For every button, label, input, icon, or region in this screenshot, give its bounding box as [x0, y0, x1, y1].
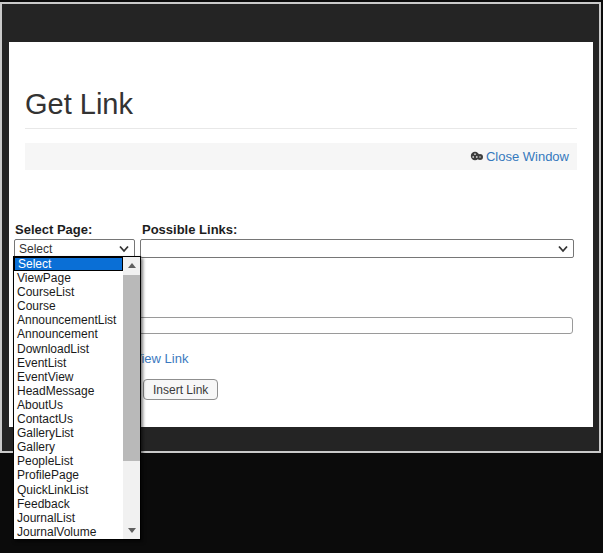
option-item[interactable]: JournalVolume [14, 525, 123, 539]
chevron-down-icon [118, 245, 130, 253]
option-item[interactable]: PeopleList [14, 454, 123, 468]
option-item[interactable]: DownloadList [14, 342, 123, 356]
insert-link-button[interactable]: Insert Link [143, 379, 218, 400]
option-item[interactable]: CourseList [14, 285, 123, 299]
scroll-down-button[interactable] [123, 522, 140, 539]
option-item[interactable]: Feedback [14, 497, 123, 511]
triangle-up-icon [128, 263, 136, 268]
option-item[interactable]: Select [14, 257, 123, 271]
option-item[interactable]: EventList [14, 356, 123, 370]
option-item[interactable]: ContactUs [14, 412, 123, 426]
view-link[interactable]: View Link [133, 351, 188, 366]
option-item[interactable]: Gallery [14, 440, 123, 454]
dialog-toolbar: Close Window [25, 143, 577, 170]
scroll-up-button[interactable] [123, 257, 140, 274]
option-item[interactable]: ViewPage [14, 271, 123, 285]
option-item[interactable]: AnnouncementList [14, 313, 123, 327]
option-item[interactable]: EventView [14, 370, 123, 384]
option-item[interactable]: GalleryList [14, 426, 123, 440]
option-item[interactable]: ProfilePage [14, 468, 123, 482]
option-item[interactable]: AboutUs [14, 398, 123, 412]
option-item[interactable]: JournalList [14, 511, 123, 525]
scrollbar-thumb[interactable] [123, 275, 140, 461]
option-item[interactable]: Announcement [14, 327, 123, 341]
possible-links-label: Possible Links: [142, 222, 237, 237]
triangle-down-icon [128, 528, 136, 533]
chevron-down-icon [557, 245, 569, 253]
select-page-open-list: SelectViewPageCourseListCourseAnnounceme… [13, 256, 141, 540]
option-item[interactable]: Course [14, 299, 123, 313]
close-window-label: Close Window [486, 149, 569, 164]
possible-links-dropdown[interactable] [140, 239, 574, 258]
page-background: Get Link Close Window Select Page: [0, 0, 603, 553]
option-item[interactable]: HeadMessage [14, 384, 123, 398]
option-list: SelectViewPageCourseListCourseAnnounceme… [14, 257, 123, 539]
page-title: Get Link [25, 88, 133, 121]
close-window-link[interactable]: Close Window [470, 149, 569, 164]
dropdown-scrollbar[interactable] [123, 257, 140, 539]
select-page-value: Select [19, 242, 52, 256]
title-divider [25, 128, 577, 129]
film-reel-icon [470, 150, 484, 165]
select-page-label: Select Page: [15, 222, 92, 237]
option-item[interactable]: QuickLinkList [14, 483, 123, 497]
